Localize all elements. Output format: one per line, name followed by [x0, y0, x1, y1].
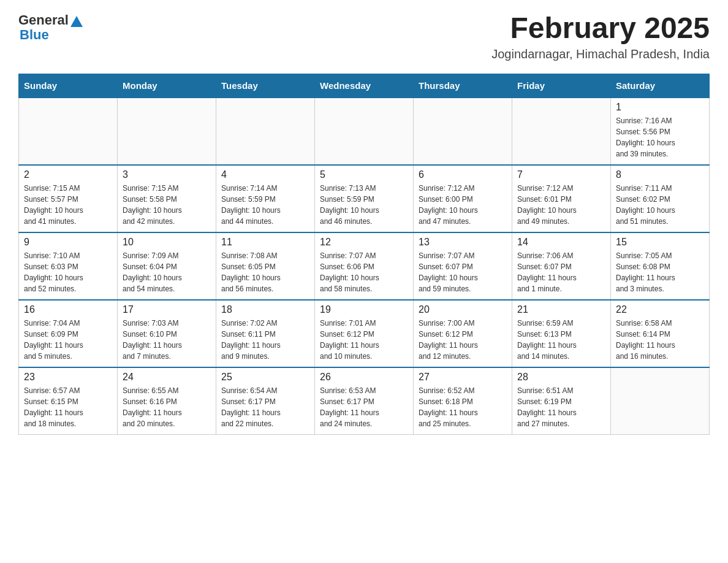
day-number: 24: [123, 372, 211, 383]
day-number: 16: [24, 304, 112, 315]
day-info: Sunrise: 6:57 AM Sunset: 6:15 PM Dayligh…: [24, 385, 112, 429]
calendar-header: SundayMondayTuesdayWednesdayThursdayFrid…: [19, 74, 710, 98]
calendar-cell: [315, 98, 414, 165]
day-number: 2: [24, 169, 112, 180]
calendar-subtitle: Jogindarnagar, Himachal Pradesh, India: [491, 47, 710, 61]
day-of-week-wednesday: Wednesday: [315, 74, 414, 98]
calendar-cell: 17Sunrise: 7:03 AM Sunset: 6:10 PM Dayli…: [118, 300, 216, 367]
day-info: Sunrise: 7:15 AM Sunset: 5:58 PM Dayligh…: [123, 183, 211, 227]
day-of-week-sunday: Sunday: [19, 74, 118, 98]
calendar-cell: [216, 98, 315, 165]
day-number: 11: [221, 237, 309, 248]
day-info: Sunrise: 6:52 AM Sunset: 6:18 PM Dayligh…: [419, 385, 507, 429]
logo-general-text: General: [18, 12, 69, 28]
calendar-cell: 10Sunrise: 7:09 AM Sunset: 6:04 PM Dayli…: [118, 232, 216, 300]
logo-blue-text: Blue: [20, 28, 49, 42]
week-row-3: 9Sunrise: 7:10 AM Sunset: 6:03 PM Daylig…: [19, 232, 710, 300]
week-row-2: 2Sunrise: 7:15 AM Sunset: 5:57 PM Daylig…: [19, 165, 710, 232]
day-number: 27: [419, 372, 507, 383]
day-of-week-tuesday: Tuesday: [216, 74, 315, 98]
calendar-cell: 22Sunrise: 6:58 AM Sunset: 6:14 PM Dayli…: [611, 300, 710, 367]
logo: General Blue: [18, 12, 83, 42]
day-info: Sunrise: 7:01 AM Sunset: 6:12 PM Dayligh…: [320, 318, 408, 362]
calendar-cell: 13Sunrise: 7:07 AM Sunset: 6:07 PM Dayli…: [414, 232, 512, 300]
week-row-4: 16Sunrise: 7:04 AM Sunset: 6:09 PM Dayli…: [19, 300, 710, 367]
calendar-cell: 26Sunrise: 6:53 AM Sunset: 6:17 PM Dayli…: [315, 367, 414, 435]
day-info: Sunrise: 6:51 AM Sunset: 6:19 PM Dayligh…: [517, 385, 605, 429]
day-info: Sunrise: 7:03 AM Sunset: 6:10 PM Dayligh…: [123, 318, 211, 362]
day-info: Sunrise: 6:59 AM Sunset: 6:13 PM Dayligh…: [517, 318, 605, 362]
calendar-cell: 21Sunrise: 6:59 AM Sunset: 6:13 PM Dayli…: [512, 300, 611, 367]
week-row-1: 1Sunrise: 7:16 AM Sunset: 5:56 PM Daylig…: [19, 98, 710, 165]
calendar-cell: 28Sunrise: 6:51 AM Sunset: 6:19 PM Dayli…: [512, 367, 611, 435]
day-info: Sunrise: 7:05 AM Sunset: 6:08 PM Dayligh…: [616, 250, 704, 294]
day-info: Sunrise: 7:07 AM Sunset: 6:06 PM Dayligh…: [320, 250, 408, 294]
week-row-5: 23Sunrise: 6:57 AM Sunset: 6:15 PM Dayli…: [19, 367, 710, 435]
day-number: 3: [123, 169, 211, 180]
calendar-cell: 1Sunrise: 7:16 AM Sunset: 5:56 PM Daylig…: [611, 98, 710, 165]
day-info: Sunrise: 6:53 AM Sunset: 6:17 PM Dayligh…: [320, 385, 408, 429]
day-info: Sunrise: 7:12 AM Sunset: 6:00 PM Dayligh…: [419, 183, 507, 227]
calendar-cell: 16Sunrise: 7:04 AM Sunset: 6:09 PM Dayli…: [19, 300, 118, 367]
day-info: Sunrise: 7:14 AM Sunset: 5:59 PM Dayligh…: [221, 183, 309, 227]
calendar-cell: 8Sunrise: 7:11 AM Sunset: 6:02 PM Daylig…: [611, 165, 710, 232]
calendar-cell: 4Sunrise: 7:14 AM Sunset: 5:59 PM Daylig…: [216, 165, 315, 232]
day-info: Sunrise: 7:04 AM Sunset: 6:09 PM Dayligh…: [24, 318, 112, 362]
calendar-cell: [118, 98, 216, 165]
day-number: 25: [221, 372, 309, 383]
day-of-week-monday: Monday: [118, 74, 216, 98]
calendar-cell: [414, 98, 512, 165]
day-info: Sunrise: 7:08 AM Sunset: 6:05 PM Dayligh…: [221, 250, 309, 294]
day-number: 8: [616, 169, 704, 180]
calendar-cell: 20Sunrise: 7:00 AM Sunset: 6:12 PM Dayli…: [414, 300, 512, 367]
day-number: 26: [320, 372, 408, 383]
day-number: 10: [123, 237, 211, 248]
day-number: 1: [616, 102, 704, 113]
calendar-cell: 9Sunrise: 7:10 AM Sunset: 6:03 PM Daylig…: [19, 232, 118, 300]
day-number: 6: [419, 169, 507, 180]
day-number: 20: [419, 304, 507, 315]
calendar-cell: 5Sunrise: 7:13 AM Sunset: 5:59 PM Daylig…: [315, 165, 414, 232]
day-of-week-friday: Friday: [512, 74, 611, 98]
day-info: Sunrise: 7:09 AM Sunset: 6:04 PM Dayligh…: [123, 250, 211, 294]
day-number: 5: [320, 169, 408, 180]
calendar-cell: 2Sunrise: 7:15 AM Sunset: 5:57 PM Daylig…: [19, 165, 118, 232]
day-number: 18: [221, 304, 309, 315]
day-info: Sunrise: 7:07 AM Sunset: 6:07 PM Dayligh…: [419, 250, 507, 294]
day-info: Sunrise: 7:02 AM Sunset: 6:11 PM Dayligh…: [221, 318, 309, 362]
calendar-cell: 15Sunrise: 7:05 AM Sunset: 6:08 PM Dayli…: [611, 232, 710, 300]
day-number: 9: [24, 237, 112, 248]
calendar-table: SundayMondayTuesdayWednesdayThursdayFrid…: [18, 74, 710, 435]
calendar-cell: 6Sunrise: 7:12 AM Sunset: 6:00 PM Daylig…: [414, 165, 512, 232]
day-info: Sunrise: 6:55 AM Sunset: 6:16 PM Dayligh…: [123, 385, 211, 429]
day-number: 4: [221, 169, 309, 180]
day-of-week-thursday: Thursday: [414, 74, 512, 98]
calendar-cell: [19, 98, 118, 165]
day-info: Sunrise: 7:06 AM Sunset: 6:07 PM Dayligh…: [517, 250, 605, 294]
day-info: Sunrise: 7:10 AM Sunset: 6:03 PM Dayligh…: [24, 250, 112, 294]
day-info: Sunrise: 7:12 AM Sunset: 6:01 PM Dayligh…: [517, 183, 605, 227]
calendar-cell: 18Sunrise: 7:02 AM Sunset: 6:11 PM Dayli…: [216, 300, 315, 367]
day-of-week-saturday: Saturday: [611, 74, 710, 98]
calendar-title: February 2025: [491, 12, 710, 45]
calendar-body: 1Sunrise: 7:16 AM Sunset: 5:56 PM Daylig…: [19, 98, 710, 435]
calendar-cell: 19Sunrise: 7:01 AM Sunset: 6:12 PM Dayli…: [315, 300, 414, 367]
title-block: February 2025 Jogindarnagar, Himachal Pr…: [491, 12, 710, 61]
calendar-cell: 12Sunrise: 7:07 AM Sunset: 6:06 PM Dayli…: [315, 232, 414, 300]
calendar-cell: 11Sunrise: 7:08 AM Sunset: 6:05 PM Dayli…: [216, 232, 315, 300]
calendar-cell: 7Sunrise: 7:12 AM Sunset: 6:01 PM Daylig…: [512, 165, 611, 232]
day-info: Sunrise: 6:58 AM Sunset: 6:14 PM Dayligh…: [616, 318, 704, 362]
day-info: Sunrise: 7:11 AM Sunset: 6:02 PM Dayligh…: [616, 183, 704, 227]
page-header: General Blue February 2025 Jogindarnagar…: [18, 12, 710, 61]
calendar-cell: 27Sunrise: 6:52 AM Sunset: 6:18 PM Dayli…: [414, 367, 512, 435]
calendar-cell: [512, 98, 611, 165]
day-info: Sunrise: 7:00 AM Sunset: 6:12 PM Dayligh…: [419, 318, 507, 362]
calendar-cell: 25Sunrise: 6:54 AM Sunset: 6:17 PM Dayli…: [216, 367, 315, 435]
day-number: 19: [320, 304, 408, 315]
calendar-cell: 23Sunrise: 6:57 AM Sunset: 6:15 PM Dayli…: [19, 367, 118, 435]
calendar-cell: 24Sunrise: 6:55 AM Sunset: 6:16 PM Dayli…: [118, 367, 216, 435]
day-number: 23: [24, 372, 112, 383]
day-number: 17: [123, 304, 211, 315]
calendar-cell: 14Sunrise: 7:06 AM Sunset: 6:07 PM Dayli…: [512, 232, 611, 300]
day-number: 7: [517, 169, 605, 180]
